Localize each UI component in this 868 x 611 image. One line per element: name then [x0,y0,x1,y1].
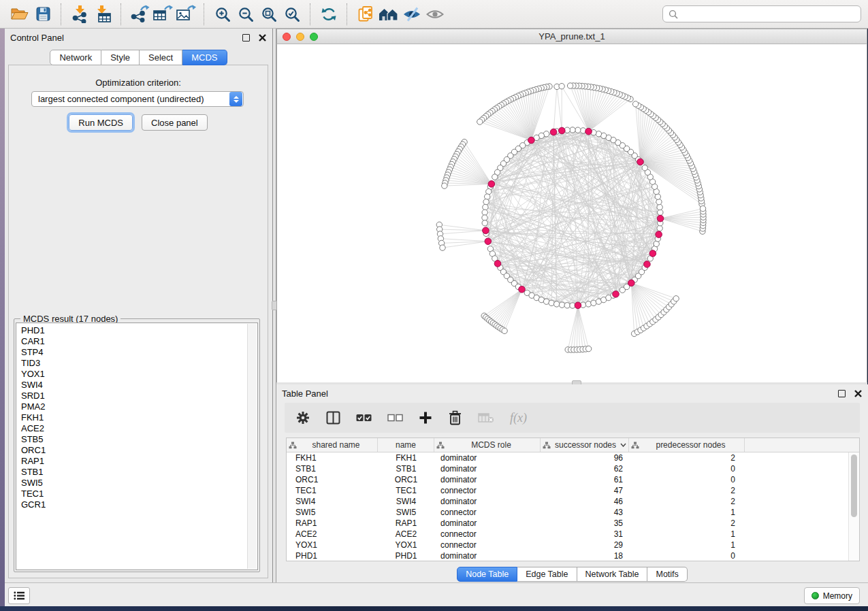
graph-node[interactable] [657,204,662,210]
memory-button[interactable]: Memory [804,587,860,604]
table-cell[interactable]: ACE2 [287,529,378,539]
graph-node[interactable] [559,302,564,308]
column-header-successor-nodes[interactable]: successor nodes [541,438,629,452]
graph-hub-node[interactable] [550,129,557,135]
table-row[interactable]: FKH1FKH1dominator962 [287,452,859,463]
save-session-icon[interactable] [31,3,54,26]
table-cell[interactable]: 2 [629,453,745,463]
mcds-result-item[interactable]: ACE2 [21,423,257,434]
graph-hub-node[interactable] [585,128,592,135]
graph-node[interactable] [564,303,570,308]
table-cell[interactable]: 43 [541,508,629,517]
unselect-all-columns-icon[interactable] [387,414,403,422]
graph-hub-node[interactable] [644,261,651,268]
home-layout-icon[interactable] [377,3,400,26]
tab-node-table[interactable]: Node Table [457,567,517,582]
graph-hub-node[interactable] [485,238,492,245]
table-cell[interactable]: 0 [629,464,745,474]
graph-node[interactable] [554,301,560,307]
mcds-result-item[interactable]: PHD1 [21,325,257,336]
graph-node[interactable] [483,199,489,205]
table-cell[interactable]: ORC1 [378,475,434,484]
graph-node[interactable] [442,183,447,188]
graph-hub-node[interactable] [628,280,635,286]
table-row[interactable]: RAP1RAP1dominator352 [287,518,859,529]
mcds-result-item[interactable]: STP4 [21,347,257,358]
float-window-icon[interactable] [838,390,846,397]
scrollbar-thumb[interactable] [851,455,857,517]
graph-node[interactable] [657,225,662,231]
table-cell[interactable]: dominator [434,518,541,528]
graph-node[interactable] [575,127,581,133]
search-input[interactable] [681,8,861,20]
delete-column-trash-icon[interactable] [448,410,462,425]
mcds-result-item[interactable]: TEC1 [21,489,257,499]
show-graphics-icon[interactable] [423,3,447,26]
task-history-button[interactable] [8,587,30,604]
table-row[interactable]: SWI5SWI5connector431 [287,507,859,518]
mcds-result-item[interactable]: PMA2 [21,401,257,412]
table-cell[interactable]: SWI4 [287,497,378,506]
column-layout-icon[interactable] [326,411,340,425]
table-cell[interactable]: connector [434,486,541,495]
graph-node[interactable] [632,101,638,107]
zoom-out-icon[interactable] [234,3,257,26]
table-settings-gear-icon[interactable] [295,410,310,425]
create-column-plus-icon[interactable] [419,411,432,425]
table-cell[interactable]: STB1 [287,464,378,474]
refresh-icon[interactable] [317,3,340,26]
graph-node[interactable] [658,210,663,215]
table-cell[interactable]: ACE2 [378,529,434,539]
graph-node[interactable] [485,194,490,199]
graph-hub-node[interactable] [649,250,656,257]
open-file-icon[interactable] [8,3,31,26]
graph-node[interactable] [656,199,662,205]
graph-node[interactable] [482,210,487,215]
table-cell[interactable]: 2 [629,486,745,495]
table-cell[interactable]: RAP1 [378,518,434,528]
table-cell[interactable]: PHD1 [378,551,434,561]
graph-hub-node[interactable] [637,159,644,165]
tab-edge-table[interactable]: Edge Table [517,567,577,582]
graph-node[interactable] [585,301,591,307]
table-row[interactable]: YOX1YOX1connector291 [287,540,859,550]
graph-hub-node[interactable] [494,261,501,267]
table-cell[interactable]: 0 [629,551,745,561]
table-cell[interactable]: SWI5 [378,508,434,517]
table-cell[interactable]: PHD1 [287,551,378,561]
tab-network-table[interactable]: Network Table [577,567,648,582]
close-panel-icon[interactable] [258,33,267,42]
mcds-result-item[interactable]: SWI5 [21,478,257,489]
graph-node[interactable] [549,300,554,306]
table-cell[interactable]: dominator [434,551,541,561]
graph-node[interactable] [567,83,573,88]
graph-hub-node[interactable] [657,215,664,222]
table-cell[interactable]: connector [434,508,541,517]
table-row[interactable]: STB1STB1dominator620 [287,463,859,474]
table-cell[interactable]: SWI5 [287,508,378,517]
zoom-fit-icon[interactable] [257,3,280,26]
export-table-icon[interactable] [151,3,174,26]
mcds-list-scrollbar[interactable] [247,324,257,569]
graph-node[interactable] [483,204,488,210]
table-cell[interactable]: RAP1 [287,518,378,528]
mcds-result-item[interactable]: STB1 [21,467,257,478]
column-header-predecessor-nodes[interactable]: predecessor nodes [629,438,745,452]
graph-node[interactable] [570,127,575,133]
mcds-result-item[interactable]: RAP1 [21,456,257,467]
table-cell[interactable]: 47 [541,486,629,495]
table-cell[interactable]: 1 [629,529,745,539]
mcds-result-item[interactable]: FKH1 [21,412,257,423]
column-header-mcds-role[interactable]: MCDS role [434,438,541,452]
table-cell[interactable]: connector [434,529,541,539]
table-cell[interactable]: SWI4 [378,497,434,506]
criterion-dropdown[interactable]: largest connected component (undirected) [31,91,244,107]
table-cell[interactable]: TEC1 [378,486,434,495]
mcds-result-item[interactable]: STB5 [21,434,257,445]
table-cell[interactable]: 61 [541,475,629,484]
graph-node[interactable] [482,215,487,220]
maximize-window-icon[interactable] [310,33,318,41]
table-cell[interactable]: 35 [541,518,629,528]
close-panel-button[interactable]: Close panel [142,114,208,131]
mcds-result-item[interactable]: GCR1 [21,499,257,510]
